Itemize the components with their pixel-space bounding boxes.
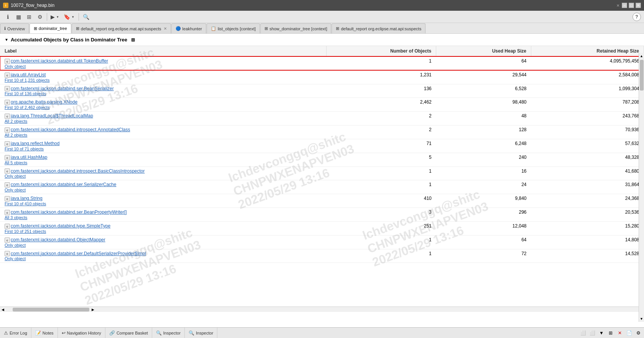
- status-compare-basket[interactable]: 🔗 Compare Basket: [105, 328, 152, 338]
- table-wrapper[interactable]: Label Number of Objects Used Heap Size R…: [0, 46, 644, 307]
- search-button[interactable]: 🔍: [81, 12, 90, 21]
- row-label-link[interactable]: com.fasterxml.jackson.databind.ser.Seria…: [11, 182, 116, 187]
- chart-button[interactable]: ▦: [14, 12, 23, 21]
- tab-list-objects[interactable]: 📋 list_objects [context]: [207, 23, 260, 33]
- row-sublabel-link[interactable]: First 10 of 71 objects: [5, 147, 322, 151]
- status-btn-settings[interactable]: ⚙: [634, 329, 642, 337]
- row-label-link[interactable]: java.lang.String: [11, 196, 43, 201]
- status-nav-history[interactable]: ↩ Navigation History: [58, 328, 105, 338]
- table-row: ccom.fasterxml.jackson.databind.util.Tok…: [0, 56, 644, 70]
- row-sublabel-link[interactable]: First 10 of 251 objects: [5, 229, 322, 234]
- tab-default-report[interactable]: ⊞ default_report org.eclipse.mat.api:sus…: [72, 23, 171, 33]
- row-label-link[interactable]: com.fasterxml.jackson.databind.introspec…: [11, 168, 145, 174]
- row-sublabel-link[interactable]: All 2 objects: [5, 133, 322, 137]
- row-sublabel-link[interactable]: All 5 objects: [5, 160, 322, 165]
- toolbar-sep-2: [79, 13, 79, 21]
- row-sublabel-link[interactable]: First 10 of 2,462 objects: [5, 105, 322, 110]
- tab-leakhunter[interactable]: 🔵 leakhunter: [171, 23, 206, 33]
- maximize-button[interactable]: □: [629, 3, 634, 8]
- table-cell-label: cjava.lang.reflect.MethodFirst 10 of 71 …: [0, 139, 326, 153]
- row-class-icon: c: [5, 155, 10, 160]
- table-cell-used-heap: 48: [436, 112, 531, 125]
- filter-dropdown-arrow[interactable]: ▾: [72, 12, 76, 21]
- row-label-link[interactable]: com.fasterxml.jackson.databind.introspec…: [11, 127, 130, 132]
- window-controls: – □ ✕: [622, 3, 641, 8]
- filter-button[interactable]: 🔖: [62, 12, 71, 21]
- table-cell-num-objects: 1: [326, 235, 436, 249]
- row-label-link[interactable]: java.lang.reflect.Method: [11, 141, 59, 146]
- h-scroll-right-arrow[interactable]: ▶: [91, 308, 95, 312]
- row-sublabel-link[interactable]: First 10 of 1,231 objects: [5, 78, 322, 82]
- inspector2-label: Inspector: [196, 331, 213, 335]
- status-btn-doc[interactable]: 📄: [625, 329, 633, 337]
- table-header-row: Label Number of Objects Used Heap Size R…: [0, 46, 644, 56]
- row-sublabel-link[interactable]: Only object: [5, 256, 322, 261]
- row-sublabel-link[interactable]: First 10 of 410 objects: [5, 201, 322, 206]
- row-label-link[interactable]: com.fasterxml.jackson.databind.ObjectMap…: [11, 237, 105, 242]
- table-cell-label: corg.apache.ibatis.parsing.XNodeFirst 10…: [0, 98, 326, 112]
- row-label-link[interactable]: java.lang.ThreadLocal$ThreadLocalMap: [11, 113, 93, 119]
- status-error-log[interactable]: ⚠ Error Log: [0, 328, 31, 338]
- collapse-arrow[interactable]: ▼: [5, 38, 8, 42]
- row-label-link[interactable]: com.fasterxml.jackson.databind.util.Toke…: [11, 58, 108, 64]
- h-scroll-thumb[interactable]: [13, 308, 89, 312]
- row-sublabel-link[interactable]: First 10 of 136 objects: [5, 91, 322, 96]
- filter-dropdown[interactable]: 🔖 ▾: [62, 12, 76, 21]
- settings-button[interactable]: ⚙: [35, 12, 44, 21]
- navigate-dropdown[interactable]: ▶ ▾: [49, 12, 61, 21]
- navigate-dropdown-arrow[interactable]: ▾: [56, 12, 61, 21]
- row-class-icon: c: [5, 73, 10, 78]
- grid-button[interactable]: ⊞: [25, 12, 34, 21]
- tab-default-report2-icon: ⊞: [336, 26, 339, 31]
- tab-default-report2-label: default_report org.eclipse.mat.api:suspe…: [341, 26, 421, 31]
- horizontal-scrollbar[interactable]: ◀ ▶: [0, 307, 644, 312]
- row-sublabel-link[interactable]: Only object: [5, 188, 322, 192]
- tab-show-dominator-icon: ⊞: [264, 26, 268, 31]
- table-row: cjava.util.ArrayListFirst 10 of 1,231 ob…: [0, 70, 644, 84]
- close-button[interactable]: ✕: [636, 3, 641, 8]
- status-inspector-2[interactable]: 🔍 Inspector: [185, 328, 217, 338]
- h-scroll-left-arrow[interactable]: ◀: [1, 308, 5, 312]
- row-class-icon: c: [5, 251, 10, 256]
- row-label-link[interactable]: java.util.HashMap: [11, 155, 47, 160]
- section-export-icon[interactable]: ⊞: [131, 37, 135, 43]
- row-sublabel-link[interactable]: Only object: [5, 243, 322, 247]
- row-sublabel-link[interactable]: Only object: [5, 174, 322, 178]
- table-cell-retained-heap: 41,680: [531, 167, 644, 180]
- row-label-link[interactable]: com.fasterxml.jackson.databind.ser.BeanS…: [11, 86, 114, 91]
- inspector1-label: Inspector: [163, 331, 181, 335]
- table-cell-num-objects: 410: [326, 194, 436, 208]
- table-cell-label: ccom.fasterxml.jackson.databind.introspe…: [0, 125, 326, 139]
- status-btn-grid[interactable]: ⊞: [606, 329, 615, 337]
- status-inspector-1[interactable]: 🔍 Inspector: [152, 328, 185, 338]
- tab-dominator-tree[interactable]: ⊞ dominator_tree: [30, 23, 71, 33]
- table-cell-retained-heap: 1,099,304: [531, 84, 644, 98]
- status-btn-2[interactable]: ⬜: [588, 329, 596, 337]
- v-scroll-down-arrow[interactable]: ▼: [639, 316, 644, 322]
- row-label-link[interactable]: com.fasterxml.jackson.databind.type.Simp…: [11, 223, 110, 229]
- tab-default-report-icon: ⊞: [76, 26, 79, 31]
- row-label-link[interactable]: com.fasterxml.jackson.databind.ser.Defau…: [11, 251, 146, 256]
- tab-default-report2[interactable]: ⊞ default_report org.eclipse.mat.api:sus…: [332, 23, 426, 33]
- status-btn-arrow[interactable]: ▼: [597, 329, 606, 337]
- minimize-button[interactable]: –: [622, 3, 627, 8]
- tab-show-dominator[interactable]: ⊞ show_dominator_tree [context]: [260, 23, 331, 33]
- row-label-link[interactable]: java.util.ArrayList: [11, 72, 46, 77]
- row-label-link[interactable]: com.fasterxml.jackson.databind.ser.BeanP…: [11, 209, 127, 215]
- help-button[interactable]: ?: [632, 13, 641, 21]
- vertical-scrollbar[interactable]: ▲ ▼: [639, 53, 644, 322]
- row-sublabel-link[interactable]: All 3 objects: [5, 215, 322, 220]
- info-button[interactable]: ℹ: [3, 12, 12, 21]
- row-sublabel-link[interactable]: All 2 objects: [5, 119, 322, 124]
- v-scroll-up-arrow[interactable]: ▲: [639, 53, 644, 59]
- tab-default-report-close[interactable]: ✕: [164, 26, 167, 31]
- table-cell-retained-heap: 2,584,008: [531, 70, 644, 84]
- navigate-button[interactable]: ▶: [49, 12, 56, 21]
- row-sublabel-link[interactable]: Only object: [5, 64, 322, 69]
- status-btn-close[interactable]: ✕: [616, 329, 624, 337]
- status-notes[interactable]: 📝 Notes: [31, 328, 58, 338]
- v-scroll-thumb[interactable]: [640, 60, 644, 91]
- row-label-link[interactable]: org.apache.ibatis.parsing.XNode: [11, 99, 77, 105]
- status-btn-1[interactable]: ⬜: [579, 329, 587, 337]
- tab-overview[interactable]: ℹ Overview: [0, 23, 29, 33]
